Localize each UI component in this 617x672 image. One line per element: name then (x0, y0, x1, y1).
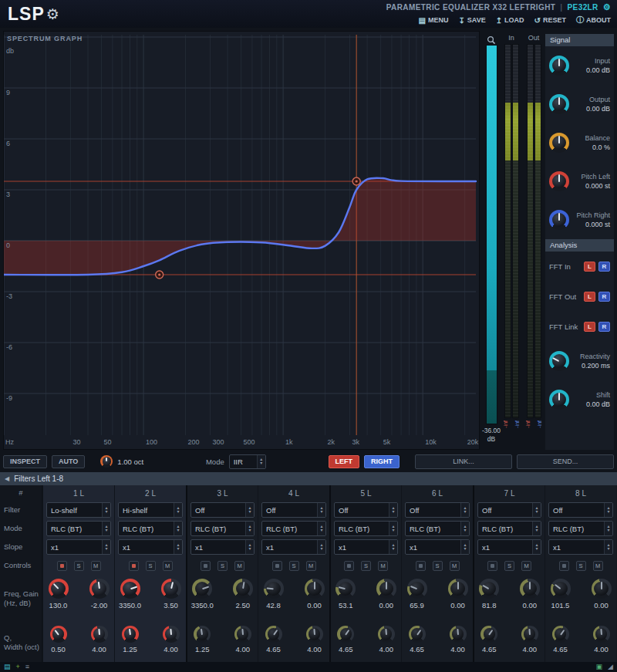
band-highlight-button[interactable] (559, 561, 569, 571)
mode-select[interactable]: IIR ▴▾ (229, 454, 266, 469)
shift-knob[interactable] (549, 390, 569, 410)
auto-button[interactable]: AUTO (52, 455, 85, 468)
zoom-fader[interactable] (486, 45, 497, 424)
freq-knob[interactable] (49, 579, 69, 599)
inspect-button[interactable]: INSPECT (3, 455, 47, 468)
fft-left-toggle[interactable]: L (584, 262, 595, 272)
freq-knob[interactable] (407, 579, 427, 599)
q-knob[interactable] (480, 626, 497, 643)
spinner-icon[interactable]: ▴▾ (257, 455, 265, 468)
freq-knob[interactable] (120, 579, 140, 599)
spinner-icon[interactable]: ▴▾ (389, 540, 397, 554)
width-knob[interactable] (306, 626, 323, 643)
mute-button[interactable]: M (521, 561, 531, 571)
spinner-icon[interactable]: ▴▾ (532, 522, 541, 535)
filter-slope-select[interactable]: x1▴▾ (334, 539, 398, 555)
mute-button[interactable]: M (306, 561, 316, 571)
solo-button[interactable]: S (361, 561, 371, 571)
pitch-left-knob[interactable] (549, 171, 569, 191)
q-knob[interactable] (265, 626, 282, 643)
resize-grip-icon[interactable]: ◢ (608, 664, 613, 670)
freq-knob[interactable] (335, 579, 356, 599)
spinner-icon[interactable]: ▴▾ (245, 503, 254, 517)
gain-knob[interactable] (592, 579, 612, 599)
filters-section-header[interactable]: ◀ Filters Left 1-8 (0, 472, 617, 485)
width-knob[interactable] (91, 626, 108, 643)
spinner-icon[interactable]: ▴▾ (317, 503, 325, 517)
filter-mode-select[interactable]: RLC (BT)▴▾ (405, 521, 470, 536)
spectrum-graph-svg[interactable]: db9630-3-6-9Hz30501002003005001k2k3k5k10… (4, 32, 479, 449)
menu-item-load[interactable]: ↥LOAD (496, 15, 524, 25)
filter-slope-select[interactable]: x1▴▾ (190, 539, 255, 555)
zoom-in-icon[interactable]: + (16, 664, 20, 670)
solo-button[interactable]: S (504, 561, 514, 571)
link-button[interactable]: LINK... (415, 454, 512, 469)
filter-type-select[interactable]: Off▴▾ (405, 502, 470, 518)
reactivity-knob[interactable] (549, 351, 569, 371)
band-highlight-button[interactable] (57, 561, 67, 571)
fft-left-toggle[interactable]: L (584, 322, 595, 332)
filter-slope-select[interactable]: x1▴▾ (548, 539, 613, 555)
band-highlight-button[interactable] (201, 561, 211, 571)
spinner-icon[interactable]: ▴▾ (460, 540, 469, 554)
filter-type-select[interactable]: Off▴▾ (477, 502, 541, 518)
spinner-icon[interactable]: ▴▾ (604, 503, 612, 517)
filter-mode-select[interactable]: RLC (BT)▴▾ (334, 521, 398, 536)
q-knob[interactable] (409, 626, 426, 643)
freq-knob[interactable] (551, 579, 571, 599)
fft-left-toggle[interactable]: L (584, 292, 595, 302)
menu-item-save[interactable]: ↧SAVE (458, 15, 485, 25)
spinner-icon[interactable]: ▴▾ (102, 503, 110, 517)
gain-knob[interactable] (233, 579, 253, 599)
filter-slope-select[interactable]: x1▴▾ (405, 539, 470, 555)
freq-knob[interactable] (192, 579, 212, 599)
pitch-right-knob[interactable] (549, 210, 569, 230)
spinner-icon[interactable]: ▴▾ (532, 540, 541, 554)
gain-knob[interactable] (448, 579, 468, 599)
fft-right-toggle[interactable]: R (598, 292, 610, 302)
send-button[interactable]: SEND... (517, 454, 614, 469)
spinner-icon[interactable]: ▴▾ (389, 522, 397, 535)
left-channel-button[interactable]: LEFT (329, 455, 360, 468)
spinner-icon[interactable]: ▴▾ (460, 503, 469, 517)
status-icon[interactable]: ▣ (596, 664, 603, 670)
filter-mode-select[interactable]: RLC (BT)▴▾ (46, 521, 111, 536)
mute-button[interactable]: M (234, 561, 244, 571)
spinner-icon[interactable]: ▴▾ (102, 522, 110, 535)
band-highlight-button[interactable] (272, 561, 282, 571)
filter-slope-select[interactable]: x1▴▾ (477, 539, 541, 555)
filter-type-select[interactable]: Hi-shelf▴▾ (118, 502, 183, 518)
width-knob[interactable] (378, 626, 395, 643)
q-knob[interactable] (122, 626, 139, 643)
spinner-icon[interactable]: ▴▾ (174, 540, 182, 554)
plugin-settings-icon[interactable]: ⚙ (603, 2, 611, 12)
filter-slope-select[interactable]: x1▴▾ (46, 539, 111, 555)
band-highlight-button[interactable] (416, 561, 426, 571)
filter-slope-select[interactable]: x1▴▾ (118, 539, 183, 555)
width-knob[interactable] (234, 626, 251, 643)
menu-item-reset[interactable]: ↺RESET (534, 15, 566, 25)
right-channel-button[interactable]: RIGHT (364, 455, 400, 468)
spinner-icon[interactable]: ▴▾ (317, 540, 325, 554)
freq-knob[interactable] (479, 579, 499, 599)
width-knob[interactable] (450, 626, 467, 643)
spinner-icon[interactable]: ▴▾ (174, 522, 182, 535)
gain-knob[interactable] (376, 579, 396, 599)
solo-button[interactable]: S (146, 561, 156, 571)
gain-knob[interactable] (161, 579, 181, 599)
input-knob[interactable] (549, 56, 569, 76)
q-knob[interactable] (337, 626, 354, 643)
gain-knob[interactable] (89, 579, 110, 599)
filter-type-select[interactable]: Off▴▾ (261, 502, 326, 518)
spinner-icon[interactable]: ▴▾ (174, 503, 182, 517)
q-knob[interactable] (552, 626, 569, 643)
collapse-icon[interactable]: ◀ (5, 475, 9, 482)
mute-button[interactable]: M (450, 561, 460, 571)
filter-mode-select[interactable]: RLC (BT)▴▾ (118, 521, 183, 536)
filter-mode-select[interactable]: RLC (BT)▴▾ (190, 521, 255, 536)
width-knob[interactable] (521, 626, 538, 643)
q-knob[interactable] (194, 626, 211, 643)
menu-item-menu[interactable]: ▤MENU (419, 15, 449, 25)
spinner-icon[interactable]: ▴▾ (317, 522, 325, 535)
spinner-icon[interactable]: ▴▾ (389, 503, 397, 517)
